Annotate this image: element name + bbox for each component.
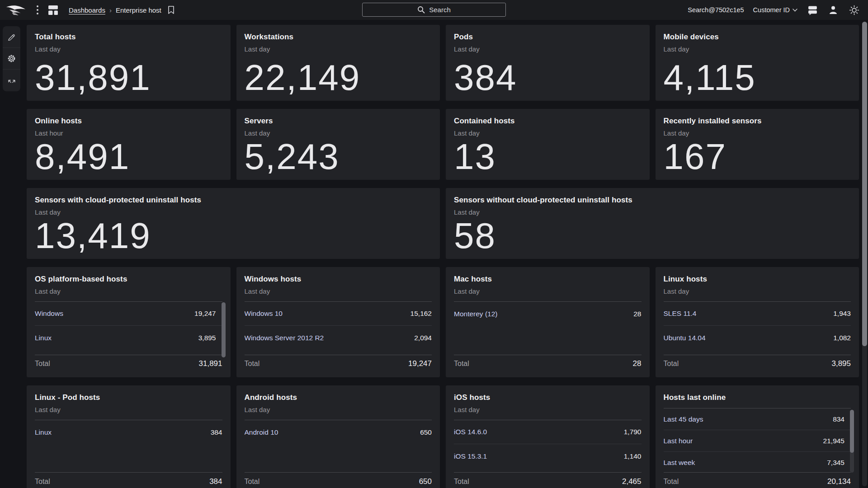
row-label-link[interactable]: Last week	[664, 459, 695, 467]
card-title: Windows hosts	[245, 274, 432, 284]
row-value: 1,140	[624, 452, 642, 460]
table-row: Android 10 650	[245, 420, 432, 444]
row-value: 19,247	[194, 310, 216, 318]
card-table: Monterey (12) 28	[454, 301, 642, 355]
breadcrumb-separator: ›	[109, 6, 112, 14]
card-title: Mac hosts	[454, 274, 642, 284]
table-row: iOS 15.3.1 1,140	[454, 444, 642, 468]
breadcrumb-dashboards-link[interactable]: Dashboards	[69, 6, 105, 14]
row-label-link[interactable]: iOS 15.3.1	[454, 452, 487, 460]
total-row: Total 28	[454, 355, 642, 372]
stat-value: 13	[454, 140, 642, 174]
row-label-link[interactable]: Linux	[35, 428, 52, 436]
expand-dashboard-button[interactable]	[3, 70, 20, 91]
row-value: 28	[633, 310, 641, 318]
search-placeholder: Search	[429, 6, 451, 14]
search-input[interactable]: Search	[362, 3, 506, 17]
table-row: iOS 14.6.0 1,790	[454, 420, 642, 444]
search-scope-label: Search@7502c1e5	[688, 6, 744, 14]
stat-value: 22,149	[245, 61, 432, 95]
row-label-link[interactable]: Last hour	[664, 437, 693, 445]
row-value: 834	[833, 415, 844, 423]
row-label-link[interactable]: iOS 14.6.0	[454, 428, 487, 436]
table-card: Windows hosts Last day Windows 10 15,162…	[236, 267, 440, 377]
row-label-link[interactable]: SLES 11.4	[664, 310, 697, 318]
card-period: Last day	[664, 45, 851, 53]
stat-card: Pods Last day 384	[446, 25, 650, 101]
row-value: 15,162	[410, 310, 432, 318]
crowdstrike-falcon-logo-icon[interactable]	[5, 2, 28, 18]
card-title: Hosts last online	[664, 393, 851, 403]
total-value: 2,465	[622, 477, 642, 486]
table-card: iOS hosts Last day iOS 14.6.0 1,790 iOS …	[446, 385, 650, 488]
row-label-link[interactable]: Windows Server 2012 R2	[245, 334, 324, 342]
card-title: Linux hosts	[664, 274, 851, 284]
total-label: Total	[35, 360, 50, 368]
stacked-messages-icon[interactable]	[807, 4, 818, 16]
light-theme-sun-icon[interactable]	[848, 4, 860, 16]
row-label-link[interactable]: Windows 10	[245, 310, 283, 318]
dashboard-grid: Total hosts Last day 31,891 Workstations…	[27, 25, 859, 488]
total-row: Total 3,895	[664, 355, 851, 372]
table-row: Last week 7,345	[664, 452, 851, 473]
total-label: Total	[664, 478, 679, 486]
row-label-link[interactable]: Android 10	[245, 428, 278, 436]
card-table: Windows 19,247 Linux 3,895	[35, 301, 222, 355]
page-scrollbar-thumb[interactable]	[862, 22, 867, 346]
card-title: Mobile devices	[664, 32, 851, 42]
row-value: 21,945	[823, 437, 844, 445]
row-value: 650	[420, 428, 432, 436]
stat-value: 8,491	[35, 140, 222, 174]
total-label: Total	[245, 478, 260, 486]
edit-dashboard-button[interactable]	[3, 26, 20, 48]
stat-card: Contained hosts Last day 13	[446, 109, 650, 180]
stat-value: 5,243	[245, 140, 432, 174]
card-period: Last day	[35, 45, 222, 53]
stat-value: 13,419	[35, 219, 432, 253]
row-label-link[interactable]: Monterey (12)	[454, 310, 497, 318]
total-label: Total	[454, 360, 469, 368]
table-row: Windows Server 2012 R2 2,094	[245, 326, 432, 350]
card-period: Last day	[245, 405, 432, 414]
dashboards-grid-icon[interactable]	[47, 4, 59, 16]
row-label-link[interactable]: Linux	[35, 334, 52, 342]
card-title: iOS hosts	[454, 393, 642, 403]
stat-card: Total hosts Last day 31,891	[27, 25, 231, 101]
card-table: Linux 384	[35, 420, 222, 473]
total-value: 384	[209, 477, 222, 486]
card-period: Last day	[245, 129, 432, 137]
stat-card-wide: Sensors without cloud-protected uninstal…	[446, 188, 859, 259]
table-card: Android hosts Last day Android 10 650 To…	[236, 385, 440, 488]
total-value: 650	[419, 477, 432, 486]
table-row: Last 45 days 834	[664, 408, 851, 430]
table-row: Linux 3,895	[35, 326, 222, 350]
card-scrollbar[interactable]	[222, 302, 226, 358]
stat-card: Workstations Last day 22,149	[236, 25, 440, 101]
customer-id-dropdown[interactable]: Customer ID	[753, 6, 797, 14]
table-row: Windows 10 15,162	[245, 302, 432, 326]
bookmark-icon[interactable]	[167, 5, 175, 14]
dashboard-settings-button[interactable]	[3, 48, 20, 70]
search-icon	[417, 6, 425, 14]
card-scrollbar[interactable]	[850, 410, 854, 473]
breadcrumb-current: Enterprise host	[116, 6, 161, 14]
stat-value: 167	[664, 140, 851, 174]
card-title: Total hosts	[35, 32, 222, 42]
top-bar: Dashboards › Enterprise host Search Sear…	[0, 0, 868, 20]
card-period: Last day	[454, 129, 642, 137]
user-profile-icon[interactable]	[827, 4, 839, 16]
table-row: Monterey (12) 28	[454, 302, 642, 326]
row-label-link[interactable]: Last 45 days	[664, 415, 703, 423]
card-period: Last day	[454, 405, 642, 414]
row-label-link[interactable]: Ubuntu 14.04	[664, 334, 706, 342]
total-value: 20,134	[827, 477, 851, 486]
table-row: Last hour 21,945	[664, 430, 851, 452]
page-scrollbar[interactable]	[862, 22, 867, 486]
row-label-link[interactable]: Windows	[35, 310, 63, 318]
customer-id-label: Customer ID	[753, 6, 790, 14]
card-title: Online hosts	[35, 116, 222, 126]
table-row: Ubuntu 14.04 1,082	[664, 326, 851, 350]
table-card: Linux - Pod hosts Last day Linux 384 Tot…	[27, 385, 231, 488]
kebab-menu-icon[interactable]	[34, 4, 41, 16]
table-card: Mac hosts Last day Monterey (12) 28 Tota…	[446, 267, 650, 377]
